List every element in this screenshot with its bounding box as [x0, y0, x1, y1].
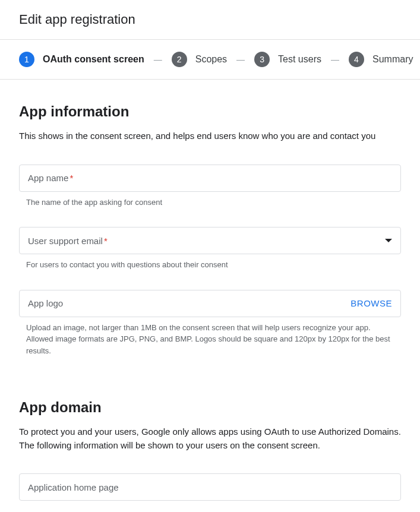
step-oauth-consent[interactable]: 1 OAuth consent screen — [19, 52, 144, 67]
app-logo-label: App logo — [28, 298, 63, 308]
step-connector: — — [329, 55, 342, 64]
app-name-helper: The name of the app asking for consent — [19, 197, 401, 208]
app-logo-field-wrap: App logo BROWSE Upload an image, not lar… — [19, 290, 401, 357]
stepper: 1 OAuth consent screen — 2 Scopes — 3 Te… — [0, 40, 420, 79]
app-info-desc: This shows in the consent screen, and he… — [19, 129, 401, 143]
support-email-field-wrap: User support email* For users to contact… — [19, 227, 401, 271]
app-name-label-text: App name — [28, 173, 68, 183]
step-circle-2: 2 — [172, 52, 187, 67]
step-label-4: Summary — [372, 54, 413, 65]
app-info-heading: App information — [19, 103, 401, 120]
step-circle-1: 1 — [19, 52, 34, 67]
step-summary[interactable]: 4 Summary — [349, 52, 413, 67]
chevron-down-icon — [385, 239, 392, 242]
step-label-3: Test users — [278, 54, 321, 65]
app-logo-input[interactable]: App logo BROWSE — [19, 290, 401, 317]
step-scopes[interactable]: 2 Scopes — [172, 52, 227, 67]
step-circle-3: 3 — [254, 52, 270, 67]
home-page-input[interactable]: Application home page — [19, 473, 401, 501]
step-label-2: Scopes — [195, 54, 227, 65]
support-email-select[interactable]: User support email* — [19, 227, 401, 254]
support-email-label: User support email* — [28, 236, 108, 246]
required-asterisk: * — [104, 236, 108, 246]
step-test-users[interactable]: 3 Test users — [254, 52, 321, 67]
required-asterisk: * — [70, 173, 73, 183]
app-name-field-wrap: App name* The name of the app asking for… — [19, 165, 401, 208]
step-connector: — — [234, 55, 247, 64]
browse-button[interactable]: BROWSE — [350, 298, 392, 308]
app-logo-helper: Upload an image, not larger than 1MB on … — [19, 322, 401, 357]
step-label-1: OAuth consent screen — [43, 54, 144, 65]
content: App information This shows in the consen… — [0, 80, 420, 512]
support-email-label-text: User support email — [28, 236, 103, 246]
app-domain-desc: To protect you and your users, Google on… — [19, 425, 401, 452]
step-connector: — — [151, 55, 165, 64]
home-page-label: Application home page — [28, 482, 119, 492]
step-circle-4: 4 — [349, 52, 364, 67]
app-name-input[interactable]: App name* — [19, 165, 401, 192]
home-page-field-wrap: Application home page — [19, 473, 401, 501]
app-name-label: App name* — [28, 173, 73, 183]
page-title: Edit app registration — [0, 0, 420, 39]
support-email-helper: For users to contact you with questions … — [19, 259, 401, 271]
app-domain-heading: App domain — [19, 399, 401, 416]
